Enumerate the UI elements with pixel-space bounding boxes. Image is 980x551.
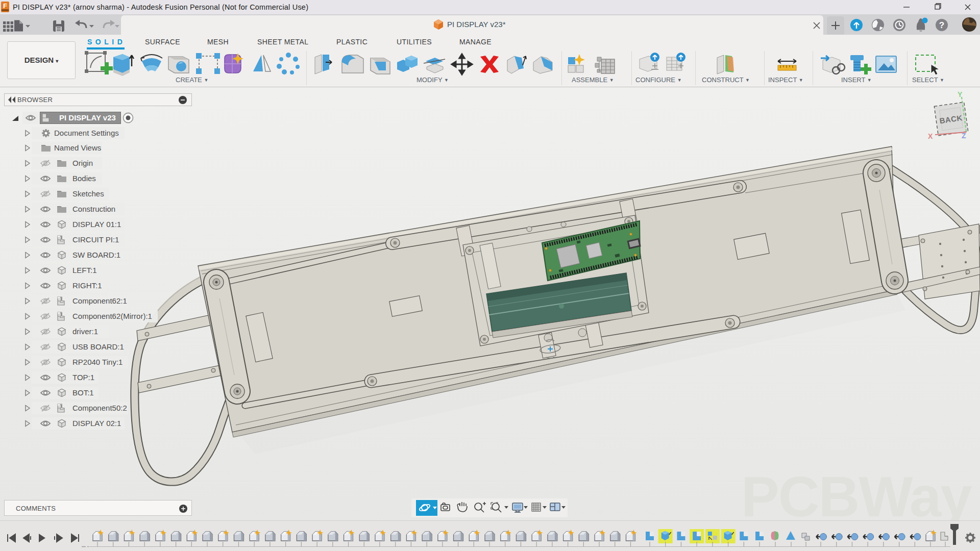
svg-text:?: ? <box>939 20 944 30</box>
svg-text:X: X <box>928 132 933 140</box>
svg-text:Y: Y <box>958 90 963 98</box>
svg-text:PCBWay: PCBWay <box>741 465 972 529</box>
svg-text:Z: Z <box>962 132 966 140</box>
